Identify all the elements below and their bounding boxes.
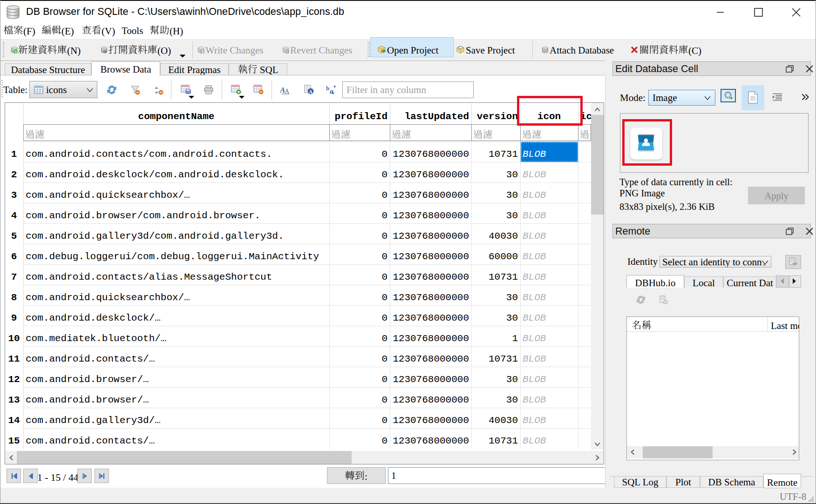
svg-text:A: A <box>309 89 313 94</box>
svg-text:b: b <box>326 85 329 92</box>
